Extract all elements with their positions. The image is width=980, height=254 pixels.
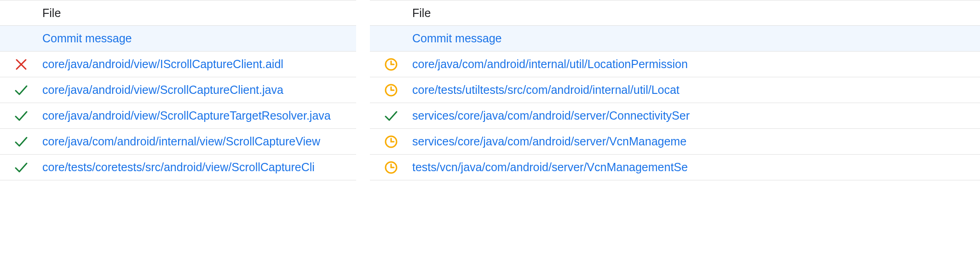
status-icon-cell: [370, 57, 412, 72]
check-icon: [14, 109, 29, 123]
commit-message-row[interactable]: Commit message: [370, 26, 980, 52]
status-icon-cell: [0, 57, 42, 72]
commit-message-row[interactable]: Commit message: [0, 26, 356, 52]
commit-message-link[interactable]: Commit message: [42, 32, 356, 45]
file-path-link[interactable]: services/core/java/com/android/server/Vc…: [412, 135, 980, 148]
column-header-file: File: [412, 6, 980, 20]
check-icon: [14, 83, 29, 98]
file-path-link[interactable]: core/tests/utiltests/src/com/android/int…: [412, 83, 980, 97]
file-path-link[interactable]: core/java/com/android/internal/util/Loca…: [412, 58, 980, 71]
file-path-link[interactable]: services/core/java/com/android/server/Co…: [412, 109, 980, 122]
status-icon-cell: [0, 160, 42, 175]
file-row[interactable]: core/java/com/android/internal/util/Loca…: [370, 52, 980, 77]
check-icon: [384, 109, 398, 123]
file-list-panel-right: File Commit message core/java/com/androi…: [370, 0, 980, 254]
file-row[interactable]: services/core/java/com/android/server/Vc…: [370, 129, 980, 155]
cross-icon: [14, 57, 29, 72]
status-icon-cell: [0, 109, 42, 123]
file-row[interactable]: services/core/java/com/android/server/Co…: [370, 103, 980, 129]
check-icon: [14, 134, 29, 149]
clock-icon: [384, 83, 398, 98]
file-path-link[interactable]: core/tests/coretests/src/android/view/Sc…: [42, 161, 356, 174]
commit-message-link[interactable]: Commit message: [412, 32, 980, 45]
status-icon-cell: [0, 134, 42, 149]
file-row[interactable]: core/tests/coretests/src/android/view/Sc…: [0, 155, 356, 180]
file-path-link[interactable]: core/java/com/android/internal/view/Scro…: [42, 135, 356, 148]
file-row[interactable]: core/java/com/android/internal/view/Scro…: [0, 129, 356, 155]
status-icon-cell: [370, 83, 412, 98]
clock-icon: [384, 57, 398, 72]
file-row[interactable]: core/java/android/view/IScrollCaptureCli…: [0, 52, 356, 77]
header-row: File: [0, 0, 356, 26]
status-icon-cell: [370, 134, 412, 149]
status-icon-cell: [0, 83, 42, 98]
status-icon-cell: [370, 160, 412, 175]
header-row: File: [370, 0, 980, 26]
status-icon-cell: [370, 109, 412, 123]
clock-icon: [384, 134, 398, 149]
file-row[interactable]: core/tests/utiltests/src/com/android/int…: [370, 77, 980, 103]
file-path-link[interactable]: tests/vcn/java/com/android/server/VcnMan…: [412, 161, 980, 174]
file-list-panel-left: File Commit message core/java/android/vi…: [0, 0, 356, 254]
file-path-link[interactable]: core/java/android/view/IScrollCaptureCli…: [42, 58, 356, 71]
check-icon: [14, 160, 29, 175]
column-header-file: File: [42, 6, 356, 20]
file-row[interactable]: core/java/android/view/ScrollCaptureTarg…: [0, 103, 356, 129]
file-row[interactable]: core/java/android/view/ScrollCaptureClie…: [0, 77, 356, 103]
file-path-link[interactable]: core/java/android/view/ScrollCaptureTarg…: [42, 109, 356, 122]
file-path-link[interactable]: core/java/android/view/ScrollCaptureClie…: [42, 83, 356, 97]
file-row[interactable]: tests/vcn/java/com/android/server/VcnMan…: [370, 155, 980, 180]
clock-icon: [384, 160, 398, 175]
